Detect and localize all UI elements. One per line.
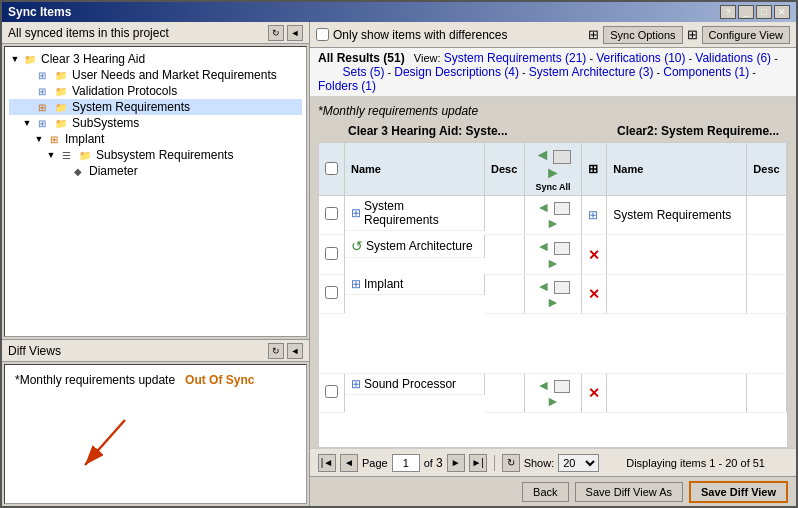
row-sync-cell: ◄ ► xyxy=(524,274,582,313)
sync-table: Name Desc ◄ ► Sync All ⊞ Name Desc xyxy=(319,143,787,413)
col-icon-right: ⊞ xyxy=(582,143,607,196)
row-icon-cell: ⊞ System Requirements xyxy=(345,196,485,231)
collapse-icon[interactable]: ◄ xyxy=(287,25,303,41)
diff-refresh-icon[interactable]: ↻ xyxy=(268,343,284,359)
arrow-left-all[interactable]: ◄ xyxy=(535,146,551,163)
expand-icon xyxy=(21,85,33,97)
tree-item-user-needs[interactable]: ⊞ 📁 User Needs and Market Requirements xyxy=(9,67,302,83)
left-arrow-btn[interactable]: ◄ xyxy=(536,199,550,215)
diff-item[interactable]: *Monthly requirements update Out Of Sync xyxy=(11,371,300,389)
prev-page-button[interactable]: ◄ xyxy=(340,454,358,472)
row-type-icon: ⊞ xyxy=(351,206,361,220)
tree-item-implant[interactable]: ▼ ⊞ Implant xyxy=(9,131,302,147)
back-button[interactable]: Back xyxy=(522,482,568,502)
help-button[interactable]: ? xyxy=(720,5,736,19)
folder-icon: 📁 xyxy=(22,52,38,66)
col-desc-left: Desc xyxy=(485,143,525,196)
diff-collapse-icon[interactable]: ◄ xyxy=(287,343,303,359)
refresh-icon[interactable]: ↻ xyxy=(268,25,284,41)
row-checkbox[interactable] xyxy=(325,247,338,260)
page-input[interactable] xyxy=(392,454,420,472)
table-row: ⊞ System Requirements ◄ ► ⊞ System Requi… xyxy=(319,196,787,235)
next-page-button[interactable]: ► xyxy=(447,454,465,472)
left-arrow-btn[interactable]: ◄ xyxy=(536,278,550,294)
left-panel: All synced items in this project ↻ ◄ ▼ 📁… xyxy=(2,22,310,506)
row-sync-cell: ◄ ► xyxy=(524,374,582,413)
x-icon: ✕ xyxy=(588,385,600,401)
configure-view-button[interactable]: Configure View xyxy=(702,26,790,44)
results-link-sysreq[interactable]: System Requirements (21) xyxy=(444,51,587,65)
results-link-verif[interactable]: Verifications (10) xyxy=(596,51,685,65)
row-name: System Requirements xyxy=(364,199,478,227)
tree-area: ▼ 📁 Clear 3 Hearing Aid ⊞ 📁 User Needs a… xyxy=(4,46,307,337)
folder-icon: 📁 xyxy=(53,100,69,114)
diff-views-content: *Monthly requirements update Out Of Sync xyxy=(4,364,307,504)
right-arrow-btn[interactable]: ► xyxy=(546,393,560,409)
arrow-svg xyxy=(55,410,135,480)
save-diff-as-button[interactable]: Save Diff View As xyxy=(575,482,683,502)
tree-item-subsystems[interactable]: ▼ ⊞ 📁 SubSystems xyxy=(9,115,302,131)
left-panel-icons: ↻ ◄ xyxy=(268,25,303,41)
refresh-button[interactable]: ↻ xyxy=(502,454,520,472)
tree-item-validation-protocols[interactable]: ⊞ 📁 Validation Protocols xyxy=(9,83,302,99)
folder-icon: 📁 xyxy=(77,148,93,162)
right-arrow-btn[interactable]: ► xyxy=(546,255,560,271)
close-button[interactable]: ✕ xyxy=(774,5,790,19)
last-page-button[interactable]: ►| xyxy=(469,454,487,472)
left-panel-header: All synced items in this project ↻ ◄ xyxy=(2,22,309,44)
show-count-select[interactable]: 20 50 100 xyxy=(558,454,599,472)
results-bar: All Results (51) View: System Requiremen… xyxy=(310,48,796,97)
results-link-folders[interactable]: Folders (1) xyxy=(318,79,376,93)
row-checkbox-cell xyxy=(319,374,345,413)
of-pages: of 3 xyxy=(424,456,443,470)
grid-icon-2: ⊞ xyxy=(687,27,698,42)
tree-item-root[interactable]: ▼ 📁 Clear 3 Hearing Aid xyxy=(9,51,302,67)
sync-box-cell xyxy=(554,202,570,215)
tree-item-label: Validation Protocols xyxy=(72,84,177,98)
expand-icon xyxy=(57,165,69,177)
row-desc-cell xyxy=(485,374,525,413)
separator xyxy=(494,455,495,471)
main-content: All synced items in this project ↻ ◄ ▼ 📁… xyxy=(2,22,796,506)
compare-left-label: Clear 3 Hearing Aid: Syste... xyxy=(348,124,508,138)
tree-item-label: User Needs and Market Requirements xyxy=(72,68,277,82)
results-count: All Results (51) xyxy=(318,51,405,65)
tree-item-diameter[interactable]: ◆ Diameter xyxy=(9,163,302,179)
sync-options-button[interactable]: Sync Options xyxy=(603,26,682,44)
diff-views-title: Diff Views xyxy=(8,344,61,358)
table-area: Name Desc ◄ ► Sync All ⊞ Name Desc xyxy=(318,142,788,448)
row-checkbox[interactable] xyxy=(325,385,338,398)
right-arrow-btn[interactable]: ► xyxy=(546,294,560,310)
row-checkbox[interactable] xyxy=(325,286,338,299)
title-bar: Sync Items ? _ □ ✕ xyxy=(2,2,796,22)
results-link-comp[interactable]: Components (1) xyxy=(663,65,749,79)
right-arrow-btn[interactable]: ► xyxy=(546,215,560,231)
maximize-button[interactable]: □ xyxy=(756,5,772,19)
tree-item-label: Diameter xyxy=(89,164,138,178)
grid-icon: ⊞ xyxy=(34,116,50,130)
row-right-desc xyxy=(747,196,787,235)
row-icon-cell: ⊞ Implant xyxy=(345,274,485,295)
only-differences-checkbox[interactable] xyxy=(316,28,329,41)
select-all-checkbox[interactable] xyxy=(325,162,338,175)
sync-box-cell xyxy=(554,242,570,255)
results-link-sets[interactable]: Sets (5) xyxy=(342,65,384,79)
row-right-name xyxy=(607,235,747,274)
results-link-valid[interactable]: Validations (6) xyxy=(695,51,771,65)
left-arrow-btn[interactable]: ◄ xyxy=(536,238,550,254)
row-type-icon: ⊞ xyxy=(351,377,361,391)
row-checkbox-cell xyxy=(319,274,345,313)
item-icon: ◆ xyxy=(70,164,86,178)
left-arrow-btn[interactable]: ◄ xyxy=(536,377,550,393)
arrow-right-all[interactable]: ► xyxy=(545,164,561,181)
tree-item-system-requirements[interactable]: ⊞ 📁 System Requirements xyxy=(9,99,302,115)
minimize-button[interactable]: _ xyxy=(738,5,754,19)
save-diff-view-button[interactable]: Save Diff View xyxy=(689,481,788,503)
first-page-button[interactable]: |◄ xyxy=(318,454,336,472)
results-link-design[interactable]: Design Descriptions (4) xyxy=(394,65,519,79)
row-name: Sound Processor xyxy=(364,377,456,391)
tree-item-subsystem-requirements[interactable]: ▼ ☰ 📁 Subsystem Requirements xyxy=(9,147,302,163)
window-controls: ? _ □ ✕ xyxy=(720,5,790,19)
row-checkbox[interactable] xyxy=(325,207,338,220)
results-link-arch[interactable]: System Architecture (3) xyxy=(529,65,654,79)
